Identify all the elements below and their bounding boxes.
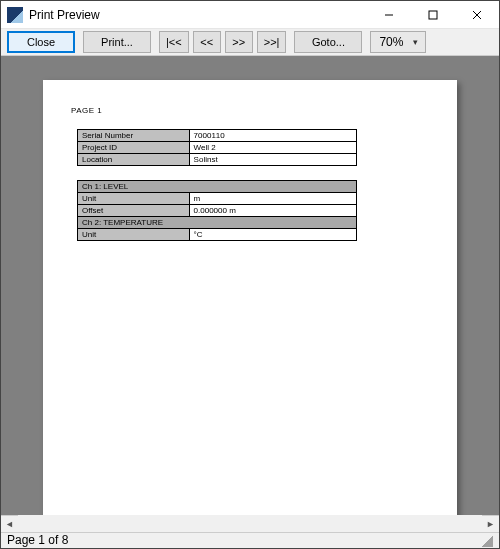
- horizontal-scrollbar[interactable]: ◄ ►: [1, 515, 499, 532]
- scroll-right-icon[interactable]: ►: [482, 515, 499, 532]
- scroll-left-icon[interactable]: ◄: [1, 515, 18, 532]
- table-row: Offset 0.000000 m: [78, 205, 357, 217]
- close-icon: [472, 10, 482, 20]
- preview-wrap: PAGE 1 Serial Number 7000110 Project ID …: [1, 56, 499, 532]
- maximize-button[interactable]: [411, 1, 455, 29]
- zoom-dropdown[interactable]: 70% ▾: [370, 31, 426, 53]
- goto-button[interactable]: Goto...: [294, 31, 362, 53]
- table-row: Serial Number 7000110: [78, 130, 357, 142]
- channel-header: Ch 1: LEVEL: [78, 181, 357, 193]
- meta-value: Well 2: [189, 142, 356, 154]
- close-button[interactable]: Close: [7, 31, 75, 53]
- channel-header-row: Ch 2: TEMPERATURE: [78, 217, 357, 229]
- window-close-button[interactable]: [455, 1, 499, 29]
- meta-value: Solinst: [189, 154, 356, 166]
- meta-value: 7000110: [189, 130, 356, 142]
- nav-next-button[interactable]: >>: [225, 31, 253, 53]
- scroll-track[interactable]: [18, 515, 482, 532]
- status-bar: Page 1 of 8: [1, 532, 499, 548]
- chevron-down-icon: ▾: [413, 37, 418, 47]
- window-title: Print Preview: [29, 8, 367, 22]
- resize-grip-icon[interactable]: [479, 533, 493, 547]
- channel-key: Unit: [78, 229, 190, 241]
- print-button[interactable]: Print...: [83, 31, 151, 53]
- channel-key: Offset: [78, 205, 190, 217]
- page: PAGE 1 Serial Number 7000110 Project ID …: [43, 80, 457, 515]
- channel-key: Unit: [78, 193, 190, 205]
- toolbar: Close Print... |<< << >> >>| Goto... 70%…: [1, 29, 499, 56]
- maximize-icon: [428, 10, 438, 20]
- minimize-button[interactable]: [367, 1, 411, 29]
- meta-table: Serial Number 7000110 Project ID Well 2 …: [77, 129, 357, 166]
- minimize-icon: [384, 10, 394, 20]
- meta-key: Project ID: [78, 142, 190, 154]
- nav-last-button[interactable]: >>|: [257, 31, 287, 53]
- meta-key: Location: [78, 154, 190, 166]
- preview-canvas[interactable]: PAGE 1 Serial Number 7000110 Project ID …: [1, 56, 499, 515]
- meta-key: Serial Number: [78, 130, 190, 142]
- channel-value: °C: [189, 229, 356, 241]
- table-row: Unit °C: [78, 229, 357, 241]
- zoom-value: 70%: [379, 35, 403, 49]
- status-text: Page 1 of 8: [7, 533, 68, 547]
- table-row: Project ID Well 2: [78, 142, 357, 154]
- table-row: Unit m: [78, 193, 357, 205]
- page-number-label: PAGE 1: [71, 106, 429, 115]
- nav-group: |<< << >> >>|: [159, 31, 286, 53]
- channel-table: Ch 1: LEVEL Unit m Offset 0.000000 m Ch …: [77, 180, 357, 241]
- nav-first-button[interactable]: |<<: [159, 31, 189, 53]
- nav-prev-button[interactable]: <<: [193, 31, 221, 53]
- channel-value: 0.000000 m: [189, 205, 356, 217]
- svg-rect-1: [429, 11, 437, 19]
- channel-header: Ch 2: TEMPERATURE: [78, 217, 357, 229]
- app-icon: [7, 7, 23, 23]
- channel-value: m: [189, 193, 356, 205]
- table-row: Location Solinst: [78, 154, 357, 166]
- channel-header-row: Ch 1: LEVEL: [78, 181, 357, 193]
- titlebar: Print Preview: [1, 1, 499, 29]
